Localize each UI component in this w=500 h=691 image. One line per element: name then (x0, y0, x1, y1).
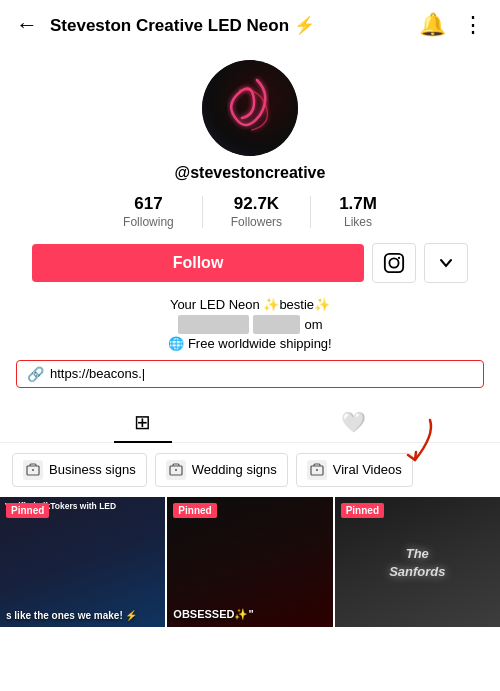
svg-point-1 (389, 258, 398, 267)
header: ← Steveston Creative LED Neon ⚡ 🔔 ⋮ (0, 0, 500, 50)
bio-line-2: E■■■■■■■ ■■■■■ om (16, 315, 484, 335)
bio-email-blurred2: ■■■■■ (253, 315, 300, 335)
business-pill-icon (23, 460, 43, 480)
follow-button[interactable]: Follow (32, 244, 364, 282)
pinned-badge-3: Pinned (341, 503, 384, 518)
chevron-down-icon (439, 256, 453, 270)
svg-rect-0 (385, 254, 403, 272)
svg-point-4 (32, 469, 34, 471)
avatar-image (202, 60, 298, 156)
video-caption-2: OBSESSED✨" (173, 608, 326, 621)
bio-email-end: om (304, 315, 322, 335)
pinned-badge-2: Pinned (173, 503, 216, 518)
more-icon[interactable]: ⋮ (462, 12, 484, 38)
bio-section: Your LED Neon ✨bestie✨ E■■■■■■■ ■■■■■ om… (0, 295, 500, 354)
thumb3-text: The Sanfords (376, 544, 459, 580)
bio-line-3: 🌐 Free worldwide shipping! (16, 334, 484, 354)
category-business[interactable]: Business signs (12, 453, 147, 487)
profile-section: @stevestoncreative 617 Following 92.7K F… (0, 50, 500, 295)
stat-following[interactable]: 617 Following (95, 194, 202, 229)
avatar (202, 60, 298, 156)
viral-pill-icon (307, 460, 327, 480)
tabs-row: ⊞ 🤍 (0, 402, 500, 443)
video-thumb-3[interactable]: Pinned The Sanfords (335, 497, 500, 627)
username: @stevestoncreative (175, 164, 326, 182)
bio-email-blurred: E■■■■■■■ (178, 315, 250, 335)
avatar-neon-svg (202, 60, 298, 156)
category-wedding[interactable]: Wedding signs (155, 453, 288, 487)
likes-count: 1.7M (339, 194, 377, 214)
bio-link-row[interactable]: 🔗 https://beacons. | (16, 360, 484, 388)
followers-label: Followers (231, 215, 282, 229)
svg-point-8 (316, 469, 318, 471)
viral-label: Viral Videos (333, 462, 402, 477)
tab-grid[interactable]: ⊞ (114, 402, 172, 442)
link-cursor: | (142, 366, 145, 381)
category-viral[interactable]: Viral Videos (296, 453, 413, 487)
link-icon: 🔗 (27, 366, 44, 382)
instagram-button[interactable] (372, 243, 416, 283)
header-icons: 🔔 ⋮ (419, 12, 484, 38)
grid-icon: ⊞ (134, 410, 152, 434)
video-grid: Verified TikTokers with LED Pinned s lik… (0, 497, 500, 627)
bell-icon[interactable]: 🔔 (419, 12, 446, 38)
svg-point-6 (175, 469, 177, 471)
heart-outline-icon: 🤍 (341, 410, 366, 434)
followers-count: 92.7K (234, 194, 279, 214)
pinned-badge-1: Pinned (6, 503, 49, 518)
video-thumb-1[interactable]: Verified TikTokers with LED Pinned s lik… (0, 497, 165, 627)
back-button[interactable]: ← (16, 12, 38, 38)
category-row: Business signs Wedding signs Viral Video… (0, 443, 500, 497)
stat-likes[interactable]: 1.7M Likes (311, 194, 405, 229)
stat-followers[interactable]: 92.7K Followers (203, 194, 310, 229)
video-thumb-2[interactable]: Pinned OBSESSED✨" (167, 497, 332, 627)
business-label: Business signs (49, 462, 136, 477)
tab-liked[interactable]: 🤍 (321, 402, 386, 442)
wedding-pill-icon (166, 460, 186, 480)
action-row: Follow (16, 243, 484, 283)
instagram-icon (383, 252, 405, 274)
likes-label: Likes (344, 215, 372, 229)
bio-line-1: Your LED Neon ✨bestie✨ (16, 295, 484, 315)
page-title: Steveston Creative LED Neon ⚡ (50, 15, 419, 36)
dropdown-button[interactable] (424, 243, 468, 283)
svg-point-2 (398, 257, 400, 259)
wedding-label: Wedding signs (192, 462, 277, 477)
following-count: 617 (134, 194, 162, 214)
stats-row: 617 Following 92.7K Followers 1.7M Likes (16, 194, 484, 229)
bio-link: https://beacons. (50, 366, 142, 381)
video-caption-1: s like the ones we make! ⚡ (6, 610, 159, 621)
following-label: Following (123, 215, 174, 229)
